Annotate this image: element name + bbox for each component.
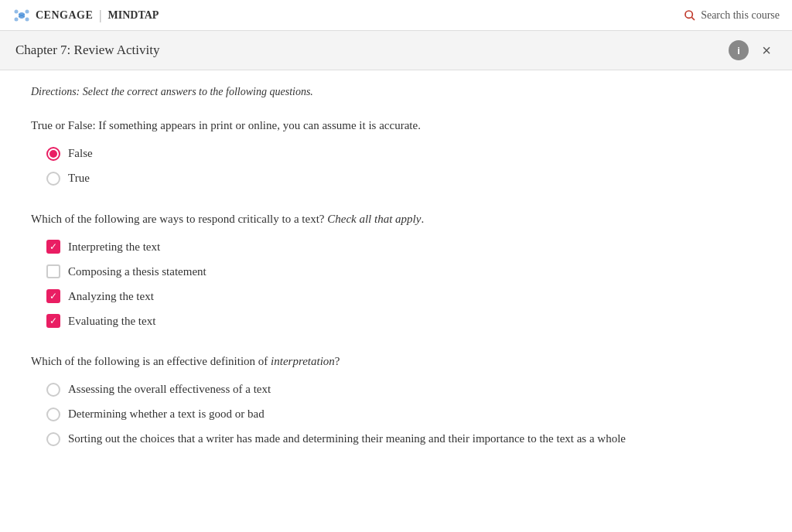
cengage-icon — [12, 6, 31, 25]
question-3-text: Which of the following is an effective d… — [31, 353, 761, 370]
search-icon — [684, 9, 696, 22]
option-label: Assessing the overall effectiveness of a… — [68, 383, 271, 396]
header-icons: i × — [729, 40, 777, 60]
option-label: Analyzing the text — [68, 290, 154, 303]
check-mark: ✓ — [50, 292, 57, 301]
question-1-options: False True — [46, 147, 761, 186]
svg-point-2 — [26, 9, 29, 13]
option-label: Evaluating the text — [68, 315, 155, 328]
content-area: Directions: Select the correct answers t… — [0, 70, 792, 502]
radio-sorting[interactable] — [46, 432, 60, 446]
radio-assessing[interactable] — [46, 383, 60, 397]
svg-point-4 — [26, 17, 29, 21]
svg-line-10 — [691, 17, 695, 20]
list-item[interactable]: Sorting out the choices that a writer ha… — [46, 432, 761, 446]
list-item[interactable]: Assessing the overall effectiveness of a… — [46, 383, 761, 397]
svg-point-9 — [685, 11, 692, 18]
option-label: Sorting out the choices that a writer ha… — [68, 432, 626, 445]
chapter-title: Chapter 7: Review Activity — [15, 43, 160, 58]
option-label: Determining whether a text is good or ba… — [68, 408, 265, 421]
list-item[interactable]: True — [46, 172, 761, 186]
brand-logo: CENGAGE | MINDTAP — [12, 6, 159, 25]
option-label: Composing a thesis statement — [68, 265, 207, 278]
list-item[interactable]: Composing a thesis statement — [46, 264, 761, 278]
search-area[interactable]: Search this course — [684, 9, 780, 22]
question-3: Which of the following is an effective d… — [31, 353, 761, 446]
check-mark: ✓ — [50, 316, 57, 326]
list-item[interactable]: ✓ Evaluating the text — [46, 314, 761, 328]
checkbox-composing[interactable] — [46, 264, 60, 278]
top-navigation: CENGAGE | MINDTAP Search this course — [0, 0, 792, 31]
close-button[interactable]: × — [756, 40, 777, 60]
question-3-options: Assessing the overall effectiveness of a… — [46, 383, 761, 446]
svg-point-1 — [15, 9, 19, 13]
brand-divider: | — [99, 9, 101, 22]
question-2-text: Which of the following are ways to respo… — [31, 210, 761, 228]
svg-point-3 — [15, 17, 19, 21]
radio-determining[interactable] — [46, 408, 60, 421]
radio-false[interactable] — [46, 147, 60, 161]
cengage-label: CENGAGE — [36, 9, 93, 22]
search-text[interactable]: Search this course — [701, 9, 780, 22]
list-item[interactable]: Determining whether a text is good or ba… — [46, 408, 761, 421]
question-1-text: True or False: If something appears in p… — [31, 117, 761, 135]
checkbox-analyzing[interactable]: ✓ — [46, 289, 60, 303]
list-item[interactable]: ✓ Interpreting the text — [46, 240, 761, 254]
question-2: Which of the following are ways to respo… — [31, 210, 761, 329]
radio-false-inner — [50, 150, 57, 158]
list-item[interactable]: False — [46, 147, 761, 161]
radio-true[interactable] — [46, 172, 60, 186]
checkbox-evaluating[interactable]: ✓ — [46, 314, 60, 328]
directions-text: Directions: Select the correct answers t… — [31, 86, 761, 98]
chapter-header: Chapter 7: Review Activity i × — [0, 31, 792, 70]
info-button[interactable]: i — [729, 40, 749, 60]
mindtap-label: MINDTAP — [108, 9, 159, 22]
list-item[interactable]: ✓ Analyzing the text — [46, 289, 761, 303]
option-label: True — [68, 172, 90, 185]
option-label: False — [68, 147, 93, 160]
check-mark: ✓ — [50, 242, 57, 251]
option-label: Interpreting the text — [68, 240, 160, 254]
question-1: True or False: If something appears in p… — [31, 117, 761, 186]
question-2-options: ✓ Interpreting the text Composing a thes… — [46, 240, 761, 328]
checkbox-interpreting[interactable]: ✓ — [46, 240, 60, 254]
